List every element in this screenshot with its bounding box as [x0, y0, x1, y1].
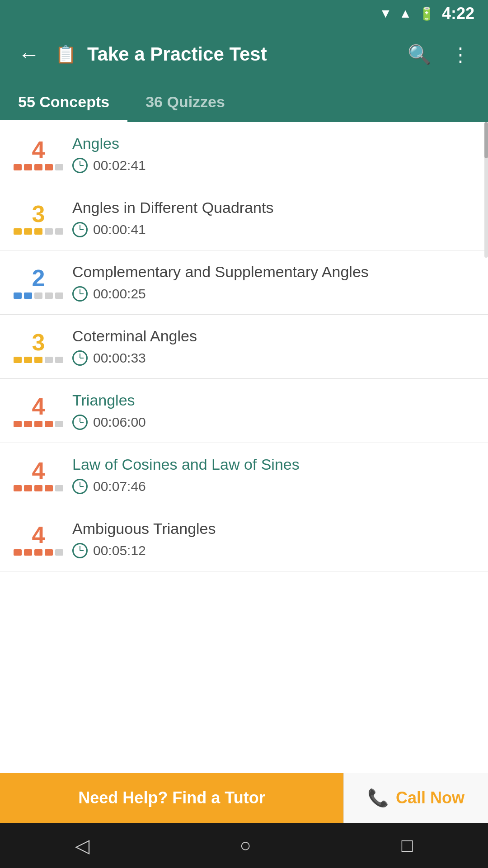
score-bar	[45, 421, 53, 427]
duration-text: 00:02:41	[93, 158, 146, 173]
tab-bar: 55 Concepts 36 Quizzes	[0, 81, 488, 122]
score-bar	[55, 549, 63, 556]
score-number: 4	[32, 395, 45, 418]
list-item[interactable]: 4Ambiguous Triangles00:05:12	[0, 507, 488, 571]
back-button[interactable]: ←	[14, 38, 44, 71]
call-now-label: Call Now	[396, 788, 465, 807]
clock-icon	[72, 158, 88, 173]
more-menu-button[interactable]: ⋮	[446, 39, 474, 70]
scrollbar-thumb[interactable]	[484, 122, 488, 158]
score-bar	[14, 357, 22, 363]
tab-concepts[interactable]: 55 Concepts	[0, 81, 127, 122]
score-bar	[14, 164, 22, 170]
item-info: Ambiguous Triangles00:05:12	[72, 520, 474, 558]
duration-text: 00:07:46	[93, 479, 146, 494]
list-item[interactable]: 4Triangles00:06:00	[0, 379, 488, 443]
nav-home-button[interactable]: ○	[222, 830, 269, 861]
score-bar	[24, 549, 32, 556]
score-bar	[55, 164, 63, 170]
item-score: 4	[14, 459, 63, 491]
score-bars	[14, 357, 63, 363]
list-item[interactable]: 2Complementary and Supplementary Angles0…	[0, 250, 488, 315]
score-bar	[24, 292, 32, 299]
score-bar	[34, 357, 42, 363]
navigation-bar: ◁ ○ □	[0, 823, 488, 868]
status-time: 4:22	[442, 4, 474, 23]
item-info: Angles00:02:41	[72, 135, 474, 173]
item-title: Coterminal Angles	[72, 327, 474, 345]
item-score: 3	[14, 330, 63, 363]
score-bar	[14, 292, 22, 299]
score-bar	[34, 292, 42, 299]
score-number: 3	[32, 202, 45, 226]
score-bars	[14, 421, 63, 427]
score-bar	[24, 228, 32, 235]
item-title: Angles	[72, 135, 474, 152]
score-bar	[34, 421, 42, 427]
item-duration: 00:00:25	[72, 286, 474, 302]
score-bar	[24, 357, 32, 363]
find-tutor-label: Need Help? Find a Tutor	[78, 788, 265, 807]
score-bar	[55, 357, 63, 363]
score-number: 4	[32, 459, 45, 482]
item-info: Coterminal Angles00:00:33	[72, 327, 474, 366]
duration-text: 00:00:33	[93, 350, 146, 366]
score-bar	[24, 485, 32, 491]
score-bar	[34, 164, 42, 170]
score-bar	[55, 292, 63, 299]
score-bar	[45, 485, 53, 491]
list-item[interactable]: 4Angles00:02:41	[0, 122, 488, 186]
score-bar	[14, 228, 22, 235]
clock-icon	[72, 350, 88, 366]
phone-icon: 📞	[367, 788, 389, 808]
find-tutor-button[interactable]: Need Help? Find a Tutor	[0, 773, 343, 823]
item-info: Complementary and Supplementary Angles00…	[72, 263, 474, 302]
score-bar	[45, 228, 53, 235]
duration-text: 00:06:00	[93, 415, 146, 430]
duration-text: 00:00:41	[93, 222, 146, 237]
score-bar	[55, 228, 63, 235]
score-bar	[34, 485, 42, 491]
wifi-icon: ▼	[380, 6, 392, 21]
score-bar	[34, 228, 42, 235]
clock-icon	[72, 479, 88, 494]
clock-icon	[72, 286, 88, 302]
duration-text: 00:05:12	[93, 543, 146, 558]
clock-icon	[72, 543, 88, 558]
score-bar	[24, 421, 32, 427]
clock-icon	[72, 222, 88, 237]
tab-quizzes[interactable]: 36 Quizzes	[127, 81, 243, 122]
item-title: Triangles	[72, 392, 474, 409]
search-button[interactable]: 🔍	[403, 39, 436, 70]
score-bar	[55, 485, 63, 491]
list-item[interactable]: 3Coterminal Angles00:00:33	[0, 315, 488, 379]
nav-recents-button[interactable]: □	[383, 830, 431, 861]
list-item[interactable]: 3Angles in Different Quadrants00:00:41	[0, 186, 488, 250]
tutor-banner: Need Help? Find a Tutor 📞 Call Now	[0, 773, 488, 823]
score-number: 2	[32, 266, 45, 290]
battery-icon: 🔋	[419, 6, 435, 21]
score-bars	[14, 292, 63, 299]
score-bars	[14, 164, 63, 170]
item-score: 4	[14, 395, 63, 427]
score-bar	[45, 549, 53, 556]
score-bars	[14, 228, 63, 235]
item-duration: 00:06:00	[72, 415, 474, 430]
score-bar	[14, 485, 22, 491]
item-title: Law of Cosines and Law of Sines	[72, 456, 474, 473]
duration-text: 00:00:25	[93, 286, 146, 302]
list-item[interactable]: 4Law of Cosines and Law of Sines00:07:46	[0, 443, 488, 507]
score-bar	[24, 164, 32, 170]
score-number: 4	[32, 138, 45, 161]
signal-icon: ▲	[399, 6, 412, 21]
score-bar	[45, 164, 53, 170]
call-now-button[interactable]: 📞 Call Now	[343, 773, 488, 823]
nav-back-button[interactable]: ◁	[57, 830, 108, 861]
item-score: 4	[14, 138, 63, 170]
item-duration: 00:02:41	[72, 158, 474, 173]
score-bar	[55, 421, 63, 427]
item-title: Ambiguous Triangles	[72, 520, 474, 538]
app-header: ← 📋 Take a Practice Test 🔍 ⋮	[0, 27, 488, 81]
clock-icon	[72, 415, 88, 430]
item-info: Triangles00:06:00	[72, 392, 474, 430]
